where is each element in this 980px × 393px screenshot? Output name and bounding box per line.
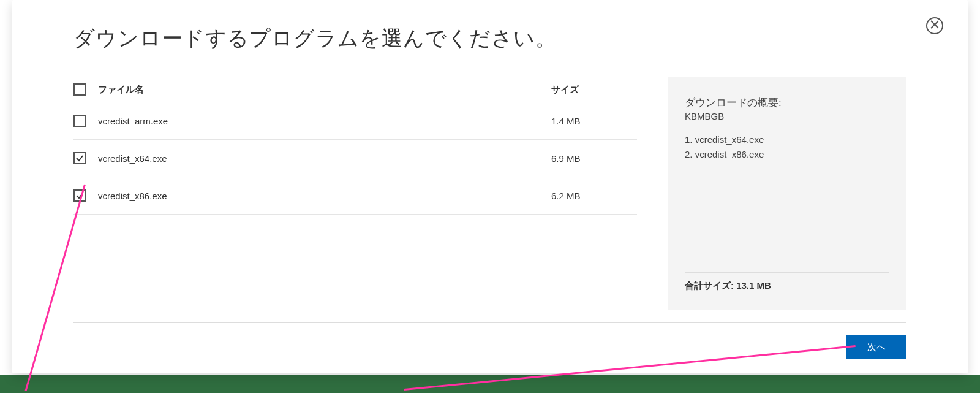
dialog-content: ファイル名 サイズ vcredist_arm.exe 1.4 MB [74,77,907,323]
close-button[interactable] [926,17,943,34]
summary-item: 2. vcredist_x86.exe [685,147,889,162]
next-button[interactable]: 次へ [846,335,907,359]
file-list-header: ファイル名 サイズ [74,77,637,102]
summary-total: 合計サイズ: 13.1 MB [685,280,889,292]
close-icon [930,20,939,31]
file-size: 1.4 MB [551,116,637,126]
file-name: vcredist_x64.exe [98,153,551,164]
summary-units: KBMBGB [685,111,889,121]
summary-item: 1. vcredist_x64.exe [685,132,889,147]
file-size: 6.9 MB [551,153,637,164]
file-size: 6.2 MB [551,191,637,201]
file-name: vcredist_arm.exe [98,116,551,126]
download-chooser-dialog: ダウンロードするプログラムを選んでください。 ファイル名 サイズ vcre [12,0,968,373]
summary-title: ダウンロードの概要: [685,96,889,110]
file-list: ファイル名 サイズ vcredist_arm.exe 1.4 MB [74,77,637,310]
file-name: vcredist_x86.exe [98,191,551,201]
download-summary-panel: ダウンロードの概要: KBMBGB 1. vcredist_x64.exe 2.… [668,77,907,310]
page-background-strip [0,375,980,393]
file-row: vcredist_x64.exe 6.9 MB [74,140,637,177]
file-row: vcredist_arm.exe 1.4 MB [74,102,637,140]
summary-divider [685,272,889,273]
dialog-title: ダウンロードするプログラムを選んでください。 [74,25,907,53]
select-all-checkbox[interactable] [74,83,86,96]
file-row: vcredist_x86.exe 6.2 MB [74,177,637,215]
file-checkbox[interactable] [74,189,86,202]
summary-total-value: 13.1 MB [736,280,771,291]
column-header-size: サイズ [551,84,637,96]
file-checkbox[interactable] [74,115,86,127]
file-checkbox[interactable] [74,152,86,164]
summary-list: 1. vcredist_x64.exe 2. vcredist_x86.exe [685,132,889,265]
column-header-filename: ファイル名 [98,84,551,96]
summary-total-label: 合計サイズ: [685,280,734,291]
dialog-actions: 次へ [74,335,907,359]
